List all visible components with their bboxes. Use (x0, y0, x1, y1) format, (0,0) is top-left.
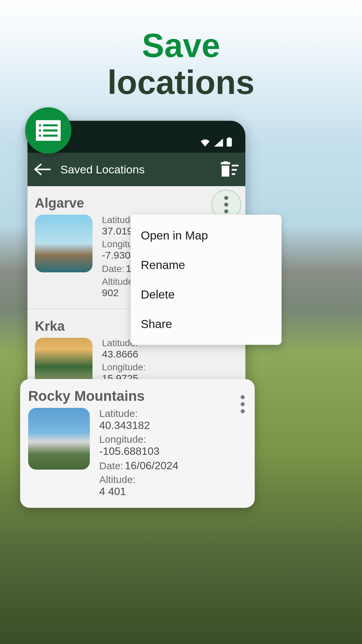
location-name: Rocky Mountains (28, 388, 247, 404)
more-vert-icon (241, 402, 245, 406)
menu-open-in-map[interactable]: Open in Map (131, 221, 282, 250)
more-vert-icon (241, 395, 245, 399)
battery-icon (227, 137, 232, 147)
item-menu-button[interactable] (241, 395, 245, 413)
list-icon (36, 120, 61, 141)
more-vert-icon (224, 209, 228, 213)
svg-rect-5 (39, 135, 41, 137)
svg-rect-1 (39, 124, 41, 126)
menu-rename[interactable]: Rename (131, 250, 282, 280)
longitude-label: Longitude: (99, 434, 247, 445)
promo-line2: locations (0, 64, 362, 101)
delete-all-icon[interactable] (220, 161, 239, 177)
latitude-label: Latitude: (99, 408, 247, 419)
latitude-value: 40.343182 (99, 419, 150, 431)
altitude-value: 4 401 (99, 485, 126, 497)
latitude-value: 43.8666 (102, 348, 138, 360)
svg-rect-12 (232, 165, 239, 166)
location-meta: Latitude:40.343182 Longitude:-105.688103… (99, 408, 247, 500)
svg-rect-11 (222, 166, 229, 177)
context-menu: Open in Map Rename Delete Share (131, 215, 282, 345)
list-fab-button[interactable] (25, 107, 71, 154)
app-bar-title: Saved Locations (60, 163, 210, 176)
location-item-rocky-mountains[interactable]: Rocky Mountains Latitude:40.343182 Longi… (20, 379, 255, 508)
promo-headline: Save locations (0, 27, 362, 101)
longitude-label: Longitude: (102, 362, 238, 373)
location-thumbnail (35, 215, 93, 272)
date-label: Date: (99, 460, 123, 471)
more-vert-icon (224, 196, 228, 200)
location-name: Algarve (35, 196, 238, 211)
altitude-value: 902 (102, 287, 119, 298)
signal-icon (214, 139, 223, 147)
date-value: 16/06/2024 (125, 460, 178, 472)
svg-rect-8 (227, 138, 232, 147)
promo-line1: Save (0, 27, 362, 64)
longitude-value: -105.688103 (99, 445, 160, 457)
app-bar: Saved Locations (27, 153, 245, 186)
wifi-icon (200, 139, 210, 147)
svg-rect-14 (232, 173, 235, 175)
menu-delete[interactable]: Delete (131, 280, 282, 309)
more-vert-icon (224, 203, 228, 207)
back-arrow-icon[interactable] (34, 163, 51, 175)
svg-rect-7 (228, 137, 230, 138)
svg-rect-13 (232, 169, 237, 171)
svg-rect-3 (39, 129, 41, 131)
location-thumbnail (28, 408, 90, 470)
menu-share[interactable]: Share (131, 309, 282, 339)
altitude-label: Altitude: (99, 474, 247, 485)
svg-rect-6 (43, 135, 58, 137)
more-vert-icon (241, 409, 245, 413)
svg-rect-10 (223, 161, 228, 163)
svg-rect-2 (43, 124, 58, 126)
svg-rect-4 (43, 129, 58, 131)
date-label: Date: (102, 264, 124, 274)
